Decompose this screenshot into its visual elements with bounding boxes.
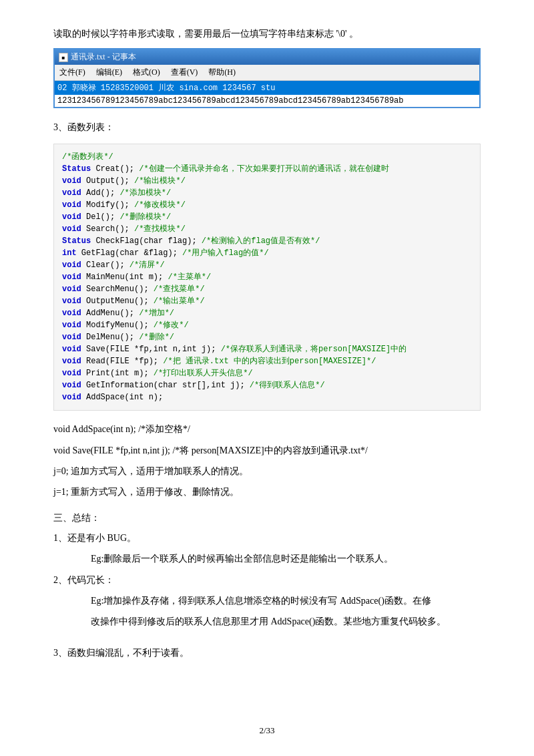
notepad-icon: ■: [59, 53, 68, 62]
body-j1: j=1; 重新方式写入，适用于修改、删除情况。: [53, 484, 481, 500]
body-j0: j=0; 追加方式写入，适用于增加联系人的情况。: [53, 463, 481, 480]
code-block: /*函数列表*/ Status Creat(); /*创建一个通讯录并命名，下次…: [53, 144, 481, 411]
summary-item2-eg1: Eg:增加操作及存储，得到联系人信息增添空格的时候没有写 AddSpace()函…: [53, 592, 481, 609]
code-line-save: void Save(FILE *fp,int n,int j); /*保存联系人…: [62, 343, 472, 355]
menu-format[interactable]: 格式(O): [131, 66, 162, 79]
code-line-creat: Status Creat(); /*创建一个通讯录并命名，下次如果要打开以前的通…: [62, 163, 472, 175]
notepad-content: 02 郭晓禄 15283520001 川农 sina.com 1234567 s…: [55, 81, 479, 107]
code-line-read: void Read(FILE *fp); /*把 通讯录.txt 中的内容读出到…: [62, 355, 472, 367]
code-line-searchmenu: void SearchMenu(); /*查找菜单*/: [62, 283, 472, 295]
code-line-getflag: int GetFlag(char &flag); /*用户输入flag的值*/: [62, 247, 472, 259]
code-line-delmenu: void DelMenu(); /*删除*/: [62, 331, 472, 343]
notepad-window: ■ 通讯录.txt - 记事本 文件(F) 编辑(E) 格式(O) 查看(V) …: [53, 48, 481, 108]
intro-text: 读取的时候以字符串形式读取，需要用最后一位填写字符串结束标志 '\0' 。: [53, 27, 481, 41]
menu-view[interactable]: 查看(V): [169, 66, 200, 79]
code-line-print: void Print(int m); /*打印出联系人开头信息*/: [62, 367, 472, 379]
notepad-row-2: 123123456789123456789abc123456789abcd123…: [55, 95, 479, 107]
code-line-del: void Del(); /*删除模块*/: [62, 211, 472, 223]
summary-item3: 3、函数归编混乱，不利于读看。: [53, 644, 481, 661]
menu-help[interactable]: 帮助(H): [206, 66, 238, 79]
summary-item1: 1、还是有小 BUG。: [53, 530, 481, 546]
code-line-addspace: void AddSpace(int n);: [62, 391, 472, 403]
code-line-addmenu: void AddMenu(); /*增加*/: [62, 307, 472, 319]
code-line-output: void Output(); /*输出模块*/: [62, 175, 472, 187]
notepad-titlebar: ■ 通讯录.txt - 记事本: [55, 49, 479, 65]
code-line-mainmenu: void MainMenu(int m); /*主菜单*/: [62, 271, 472, 283]
code-line-checkflag: Status CheckFlag(char flag); /*检测输入的flag…: [62, 235, 472, 247]
page: 读取的时候以字符串形式读取，需要用最后一位填写字符串结束标志 '\0' 。 ■ …: [0, 0, 534, 756]
section3-header: 3、函数列表：: [53, 122, 481, 134]
notepad-row-1: 02 郭晓禄 15283520001 川农 sina.com 1234567 s…: [55, 81, 479, 95]
code-line-getinfo: void GetInformation(char str[],int j); /…: [62, 379, 472, 391]
summary-item2: 2、代码冗长：: [53, 572, 481, 588]
code-line-modify: void Modify(); /*修改模块*/: [62, 199, 472, 211]
code-line-outputmenu: void OutputMenu(); /*输出菜单*/: [62, 295, 472, 307]
summary-title: 三、总结：: [53, 512, 481, 524]
code-line-clear: void Clear(); /*清屏*/: [62, 259, 472, 271]
page-number: 2/33: [0, 725, 534, 736]
summary-item2-eg2: 改操作中得到修改后的联系人信息那里才用 AddSpace()函数。某些地方重复代…: [53, 613, 481, 630]
code-line-modifymenu: void ModifyMenu(); /*修改*/: [62, 319, 472, 331]
notepad-menubar[interactable]: 文件(F) 编辑(E) 格式(O) 查看(V) 帮助(H): [55, 65, 479, 81]
code-line-add: void Add(); /*添加模块*/: [62, 187, 472, 199]
code-line-comment-header: /*函数列表*/: [62, 151, 472, 163]
summary-item1-eg: Eg:删除最后一个联系人的时候再输出全部信息时还是能输出一个联系人。: [53, 550, 481, 567]
menu-file[interactable]: 文件(F): [57, 66, 87, 79]
menu-edit[interactable]: 编辑(E): [94, 66, 124, 79]
code-line-search: void Search(); /*查找模块*/: [62, 223, 472, 235]
body-addspace: void AddSpace(int n); /*添加空格*/: [53, 421, 481, 437]
body-save: void Save(FILE *fp,int n,int j); /*将 per…: [53, 442, 481, 459]
notepad-title: 通讯录.txt - 记事本: [71, 51, 136, 63]
